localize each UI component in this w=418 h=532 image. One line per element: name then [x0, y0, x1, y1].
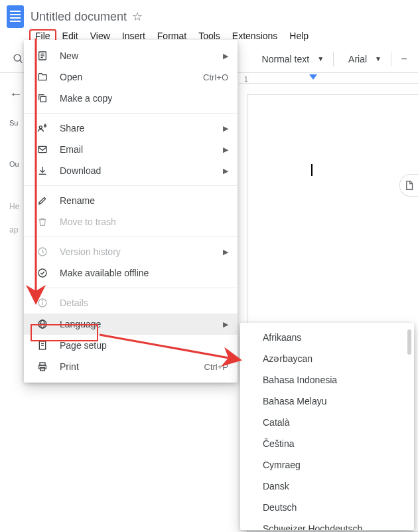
font-family-label: Arial — [348, 54, 367, 64]
svg-rect-6 — [40, 96, 46, 102]
menu-item-label: Version history — [60, 246, 218, 257]
language-submenu: AfrikaansAzərbaycanBahasa IndonesiaBahas… — [240, 323, 414, 530]
offline-icon — [36, 266, 49, 280]
file-menu-email[interactable]: Email▶ — [24, 139, 238, 160]
text-cursor — [311, 164, 313, 176]
submenu-arrow-icon: ▶ — [223, 52, 228, 60]
menu-item-label: Download — [60, 165, 218, 176]
file-menu-download[interactable]: Download▶ — [24, 160, 238, 181]
ruler: 1 — [239, 72, 418, 84]
svg-point-13 — [38, 269, 46, 277]
summary-heading: Su — [9, 119, 24, 127]
open-icon — [36, 70, 49, 84]
document-title[interactable]: Untitled document — [31, 10, 127, 24]
language-option[interactable]: Cymraeg — [240, 454, 414, 476]
file-menu-new[interactable]: New▶ — [24, 45, 238, 66]
rename-icon — [36, 194, 49, 207]
menu-item-label: Move to trash — [60, 217, 228, 227]
submenu-arrow-icon: ▶ — [223, 248, 228, 256]
file-menu-language[interactable]: Language▶ — [24, 313, 238, 335]
language-option[interactable]: Azərbaycan — [240, 348, 414, 369]
outline-panel: ← Su Ou He ap — [0, 86, 24, 248]
file-menu-details: Details — [24, 292, 238, 313]
menu-item-shortcut: Ctrl+O — [203, 72, 228, 82]
file-menu-copy[interactable]: Make a copy — [24, 88, 238, 109]
language-option[interactable]: Dansk — [240, 476, 414, 497]
outline-hint: He — [9, 201, 24, 213]
menu-item-label: Print — [60, 361, 204, 372]
download-icon — [36, 164, 49, 177]
file-menu-open[interactable]: OpenCtrl+O — [24, 66, 238, 88]
menu-item-label: Language — [60, 319, 218, 329]
svg-point-7 — [39, 126, 42, 129]
menu-item-label: Email — [60, 144, 218, 155]
language-option[interactable]: Bahasa Indonesia — [240, 369, 414, 391]
file-menu-print[interactable]: PrintCtrl+P — [24, 356, 238, 377]
file-menu-version: Version history▶ — [24, 241, 238, 262]
language-option[interactable]: Čeština — [240, 433, 414, 454]
menu-item-label: Details — [60, 298, 228, 308]
decrease-font-icon[interactable]: − — [395, 50, 413, 68]
language-option[interactable]: Deutsch — [240, 497, 414, 518]
paragraph-style-select[interactable]: Normal text ▼ — [257, 51, 329, 67]
outline-heading: Ou — [9, 160, 24, 168]
caret-down-icon: ▼ — [375, 55, 382, 62]
svg-line-1 — [19, 60, 22, 63]
toolbar-divider — [333, 52, 334, 66]
menu-item-label: Page setup — [60, 340, 228, 351]
menu-item-label: New — [60, 50, 218, 61]
font-family-select[interactable]: Arial ▼ — [343, 51, 387, 67]
submenu-arrow-icon: ▶ — [223, 167, 228, 175]
caret-down-icon: ▼ — [317, 55, 324, 62]
ruler-mark: 1 — [244, 76, 248, 83]
menubar-item-help[interactable]: Help — [283, 29, 314, 43]
menu-separator — [24, 113, 238, 114]
share-icon — [36, 122, 49, 135]
file-menu-trash: Move to trash — [24, 211, 238, 232]
toolbar-divider — [391, 52, 391, 66]
docs-logo-icon[interactable] — [7, 5, 24, 28]
menu-separator — [24, 288, 238, 288]
menu-item-label: Open — [60, 72, 203, 82]
menu-item-label: Rename — [60, 195, 228, 206]
menu-separator — [24, 185, 238, 186]
file-menu-offline[interactable]: Make available offline — [24, 262, 238, 284]
pagesetup-icon — [36, 339, 49, 352]
star-icon[interactable]: ☆ — [132, 9, 143, 24]
menu-item-label: Make a copy — [60, 93, 228, 104]
paragraph-style-label: Normal text — [262, 54, 310, 64]
file-menu-dropdown: New▶OpenCtrl+OMake a copyShare▶Email▶Dow… — [24, 40, 238, 383]
svg-rect-11 — [38, 146, 46, 152]
explore-side-button[interactable] — [399, 174, 418, 197]
details-icon — [36, 296, 49, 310]
print-icon — [36, 360, 49, 373]
submenu-arrow-icon: ▶ — [223, 320, 228, 329]
svg-point-0 — [14, 54, 21, 61]
first-line-indent-marker[interactable] — [309, 74, 317, 80]
language-option[interactable]: Català — [240, 412, 414, 433]
file-menu-share[interactable]: Share▶ — [24, 118, 238, 139]
language-option[interactable]: Afrikaans — [240, 327, 414, 348]
menu-item-label: Make available offline — [60, 268, 228, 278]
language-icon — [36, 317, 49, 331]
menu-item-label: Share — [60, 123, 218, 133]
copy-icon — [36, 92, 49, 105]
version-icon — [36, 245, 49, 258]
menu-separator — [24, 236, 238, 237]
language-option[interactable]: Schweizer Hochdeutsch — [240, 518, 414, 530]
menu-item-shortcut: Ctrl+P — [204, 362, 228, 372]
back-arrow-icon[interactable]: ← — [9, 86, 24, 102]
outline-hint: ap — [9, 224, 24, 236]
submenu-arrow-icon: ▶ — [223, 145, 228, 154]
language-option[interactable]: Bahasa Melayu — [240, 391, 414, 412]
trash-icon — [36, 215, 49, 228]
submenu-arrow-icon: ▶ — [223, 124, 228, 133]
scrollbar-thumb[interactable] — [407, 329, 411, 355]
file-menu-rename[interactable]: Rename — [24, 190, 238, 211]
file-menu-pagesetup[interactable]: Page setup — [24, 335, 238, 356]
email-icon — [36, 143, 49, 156]
new-icon — [36, 49, 49, 62]
svg-point-16 — [42, 301, 43, 302]
